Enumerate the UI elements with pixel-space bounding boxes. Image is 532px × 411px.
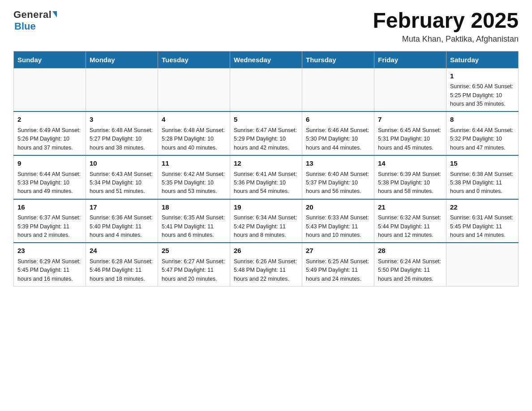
day-number: 19 xyxy=(234,202,298,213)
day-number: 15 xyxy=(450,158,515,169)
calendar-header-saturday: Saturday xyxy=(446,51,519,68)
calendar-header-tuesday: Tuesday xyxy=(158,51,230,68)
calendar-table: SundayMondayTuesdayWednesdayThursdayFrid… xyxy=(13,51,519,287)
day-info-text: Sunrise: 6:37 AM Sunset: 5:39 PM Dayligh… xyxy=(17,214,82,240)
calendar-day-cell xyxy=(446,243,519,286)
calendar-day-cell xyxy=(230,68,302,111)
day-number: 2 xyxy=(17,115,82,125)
day-info-text: Sunrise: 6:41 AM Sunset: 5:36 PM Dayligh… xyxy=(234,170,298,196)
calendar-day-cell: 26Sunrise: 6:26 AM Sunset: 5:48 PM Dayli… xyxy=(230,243,302,286)
calendar-day-cell: 24Sunrise: 6:28 AM Sunset: 5:46 PM Dayli… xyxy=(86,243,158,286)
day-info-text: Sunrise: 6:42 AM Sunset: 5:35 PM Dayligh… xyxy=(162,170,226,196)
calendar-day-cell: 6Sunrise: 6:46 AM Sunset: 5:30 PM Daylig… xyxy=(302,111,374,155)
calendar-day-cell: 23Sunrise: 6:29 AM Sunset: 5:45 PM Dayli… xyxy=(14,243,86,286)
page-header: General Blue February 2025 Muta Khan, Pa… xyxy=(13,9,519,44)
day-info-text: Sunrise: 6:35 AM Sunset: 5:41 PM Dayligh… xyxy=(162,214,226,240)
calendar-day-cell: 10Sunrise: 6:43 AM Sunset: 5:34 PM Dayli… xyxy=(86,155,158,199)
day-number: 28 xyxy=(378,246,442,256)
day-info-text: Sunrise: 6:36 AM Sunset: 5:40 PM Dayligh… xyxy=(90,214,154,240)
day-number: 27 xyxy=(306,246,370,256)
calendar-day-cell: 25Sunrise: 6:27 AM Sunset: 5:47 PM Dayli… xyxy=(158,243,230,286)
calendar-day-cell: 2Sunrise: 6:49 AM Sunset: 5:26 PM Daylig… xyxy=(14,111,86,155)
calendar-day-cell: 17Sunrise: 6:36 AM Sunset: 5:40 PM Dayli… xyxy=(86,199,158,243)
calendar-day-cell: 19Sunrise: 6:34 AM Sunset: 5:42 PM Dayli… xyxy=(230,199,302,243)
day-number: 12 xyxy=(234,158,298,169)
day-info-text: Sunrise: 6:28 AM Sunset: 5:46 PM Dayligh… xyxy=(90,257,154,283)
day-info-text: Sunrise: 6:39 AM Sunset: 5:38 PM Dayligh… xyxy=(378,170,442,196)
title-section: February 2025 Muta Khan, Paktika, Afghan… xyxy=(373,9,519,44)
calendar-day-cell: 20Sunrise: 6:33 AM Sunset: 5:43 PM Dayli… xyxy=(302,199,374,243)
calendar-day-cell: 5Sunrise: 6:47 AM Sunset: 5:29 PM Daylig… xyxy=(230,111,302,155)
logo-arrow-icon xyxy=(52,11,57,17)
day-info-text: Sunrise: 6:33 AM Sunset: 5:43 PM Dayligh… xyxy=(306,214,370,240)
calendar-day-cell: 12Sunrise: 6:41 AM Sunset: 5:36 PM Dayli… xyxy=(230,155,302,199)
calendar-header-sunday: Sunday xyxy=(14,51,86,68)
day-number: 6 xyxy=(306,115,370,125)
calendar-day-cell xyxy=(86,68,158,111)
calendar-day-cell: 22Sunrise: 6:31 AM Sunset: 5:45 PM Dayli… xyxy=(446,199,519,243)
day-number: 24 xyxy=(90,246,154,256)
calendar-day-cell xyxy=(374,68,446,111)
calendar-day-cell xyxy=(158,68,230,111)
day-number: 8 xyxy=(450,115,515,125)
day-number: 3 xyxy=(90,115,154,125)
calendar-day-cell: 8Sunrise: 6:44 AM Sunset: 5:32 PM Daylig… xyxy=(446,111,519,155)
calendar-header-wednesday: Wednesday xyxy=(230,51,302,68)
day-info-text: Sunrise: 6:38 AM Sunset: 5:38 PM Dayligh… xyxy=(450,170,515,196)
calendar-week-row-5: 23Sunrise: 6:29 AM Sunset: 5:45 PM Dayli… xyxy=(14,243,519,286)
month-title: February 2025 xyxy=(373,9,519,33)
location-subtitle: Muta Khan, Paktika, Afghanistan xyxy=(373,34,519,44)
day-number: 11 xyxy=(162,158,226,169)
calendar-day-cell: 18Sunrise: 6:35 AM Sunset: 5:41 PM Dayli… xyxy=(158,199,230,243)
calendar-week-row-3: 9Sunrise: 6:44 AM Sunset: 5:33 PM Daylig… xyxy=(14,155,519,199)
calendar-day-cell: 4Sunrise: 6:48 AM Sunset: 5:28 PM Daylig… xyxy=(158,111,230,155)
day-number: 10 xyxy=(90,158,154,169)
day-number: 16 xyxy=(17,202,82,213)
calendar-day-cell: 27Sunrise: 6:25 AM Sunset: 5:49 PM Dayli… xyxy=(302,243,374,286)
day-number: 17 xyxy=(90,202,154,213)
day-info-text: Sunrise: 6:43 AM Sunset: 5:34 PM Dayligh… xyxy=(90,170,154,196)
day-info-text: Sunrise: 6:44 AM Sunset: 5:32 PM Dayligh… xyxy=(450,126,515,152)
day-info-text: Sunrise: 6:27 AM Sunset: 5:47 PM Dayligh… xyxy=(162,257,226,283)
calendar-day-cell: 1Sunrise: 6:50 AM Sunset: 5:25 PM Daylig… xyxy=(446,68,519,111)
day-info-text: Sunrise: 6:26 AM Sunset: 5:48 PM Dayligh… xyxy=(234,257,298,283)
day-info-text: Sunrise: 6:29 AM Sunset: 5:45 PM Dayligh… xyxy=(17,257,82,283)
day-number: 26 xyxy=(234,246,298,256)
day-number: 20 xyxy=(306,202,370,213)
day-number: 14 xyxy=(378,158,442,169)
day-number: 7 xyxy=(378,115,442,125)
calendar-header-monday: Monday xyxy=(86,51,158,68)
day-number: 13 xyxy=(306,158,370,169)
day-info-text: Sunrise: 6:31 AM Sunset: 5:45 PM Dayligh… xyxy=(450,214,515,240)
calendar-day-cell: 14Sunrise: 6:39 AM Sunset: 5:38 PM Dayli… xyxy=(374,155,446,199)
day-number: 1 xyxy=(450,71,515,81)
calendar-week-row-2: 2Sunrise: 6:49 AM Sunset: 5:26 PM Daylig… xyxy=(14,111,519,155)
calendar-day-cell: 13Sunrise: 6:40 AM Sunset: 5:37 PM Dayli… xyxy=(302,155,374,199)
day-number: 21 xyxy=(378,202,442,213)
day-info-text: Sunrise: 6:34 AM Sunset: 5:42 PM Dayligh… xyxy=(234,214,298,240)
day-info-text: Sunrise: 6:48 AM Sunset: 5:27 PM Dayligh… xyxy=(90,126,154,152)
logo-general-text: General xyxy=(13,9,57,21)
day-number: 25 xyxy=(162,246,226,256)
day-number: 9 xyxy=(17,158,82,169)
day-number: 23 xyxy=(17,246,82,256)
day-number: 5 xyxy=(234,115,298,125)
day-info-text: Sunrise: 6:25 AM Sunset: 5:49 PM Dayligh… xyxy=(306,257,370,283)
day-info-text: Sunrise: 6:47 AM Sunset: 5:29 PM Dayligh… xyxy=(234,126,298,152)
calendar-day-cell: 7Sunrise: 6:45 AM Sunset: 5:31 PM Daylig… xyxy=(374,111,446,155)
calendar-header-row: SundayMondayTuesdayWednesdayThursdayFrid… xyxy=(14,51,519,68)
calendar-header-friday: Friday xyxy=(374,51,446,68)
calendar-day-cell: 11Sunrise: 6:42 AM Sunset: 5:35 PM Dayli… xyxy=(158,155,230,199)
day-info-text: Sunrise: 6:44 AM Sunset: 5:33 PM Dayligh… xyxy=(17,170,82,196)
day-info-text: Sunrise: 6:45 AM Sunset: 5:31 PM Dayligh… xyxy=(378,126,442,152)
day-info-text: Sunrise: 6:40 AM Sunset: 5:37 PM Dayligh… xyxy=(306,170,370,196)
day-info-text: Sunrise: 6:49 AM Sunset: 5:26 PM Dayligh… xyxy=(17,126,82,152)
day-number: 4 xyxy=(162,115,226,125)
day-number: 22 xyxy=(450,202,515,213)
calendar-week-row-4: 16Sunrise: 6:37 AM Sunset: 5:39 PM Dayli… xyxy=(14,199,519,243)
logo-general-label: General xyxy=(13,9,51,21)
logo-blue-text: Blue xyxy=(14,21,36,32)
calendar-header-thursday: Thursday xyxy=(302,51,374,68)
calendar-day-cell: 9Sunrise: 6:44 AM Sunset: 5:33 PM Daylig… xyxy=(14,155,86,199)
calendar-day-cell xyxy=(14,68,86,111)
